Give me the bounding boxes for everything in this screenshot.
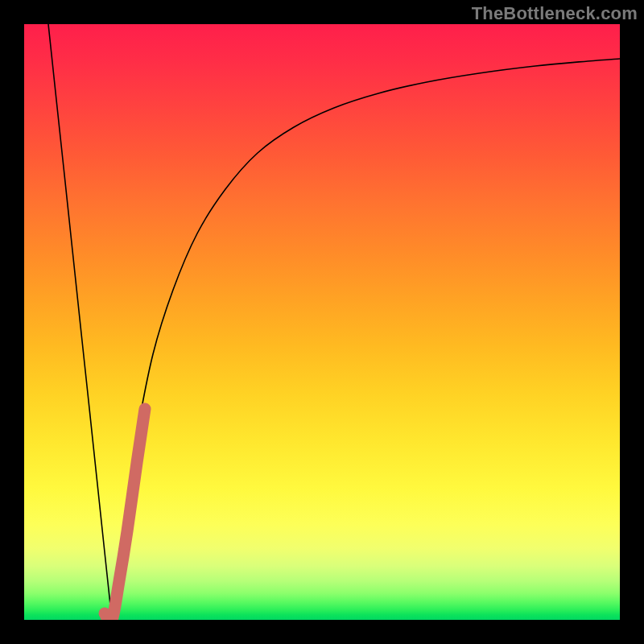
- curves-layer: [24, 24, 620, 620]
- highlight-hook: [105, 409, 145, 620]
- chart-stage: TheBottleneck.com: [0, 0, 644, 644]
- watermark-text: TheBottleneck.com: [472, 3, 638, 24]
- ascending-asymptote: [112, 59, 620, 620]
- plot-area: [24, 24, 620, 620]
- descending-left-arm: [48, 24, 112, 620]
